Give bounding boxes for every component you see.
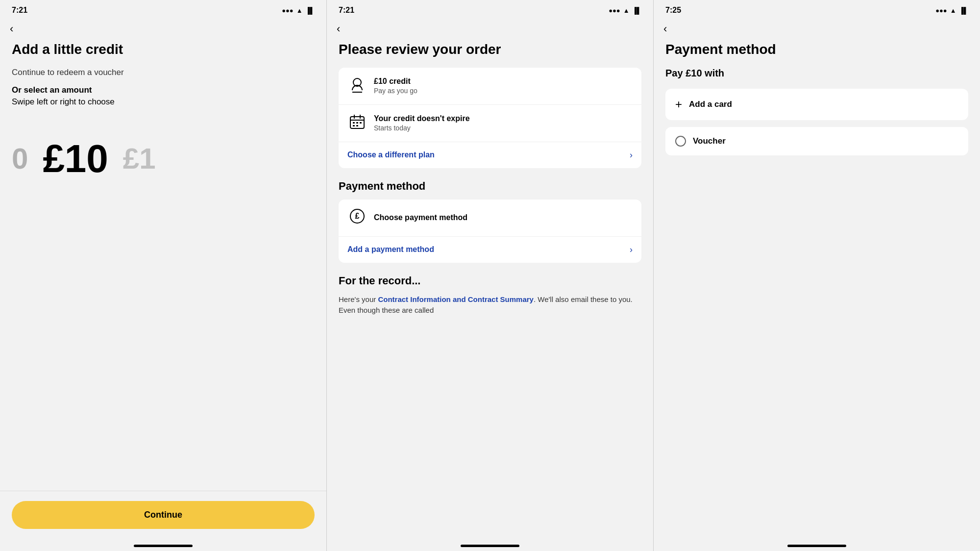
order-card: £10 credit Pay as you go	[339, 68, 641, 168]
voucher-option[interactable]: Voucher	[665, 127, 968, 155]
status-icons-2: ●●● ▲ ▐▌	[609, 7, 641, 14]
page-title-3: Payment method	[665, 41, 968, 58]
record-text-before: Here's your	[339, 295, 378, 303]
back-button-1[interactable]: ‹	[10, 23, 13, 35]
svg-rect-8	[360, 122, 362, 124]
add-card-label: Add a card	[689, 100, 732, 109]
nav-bar-3: ‹	[654, 19, 980, 41]
calendar-icon	[347, 113, 367, 134]
home-indicator-1	[134, 545, 193, 547]
screen-payment-method: 7:25 ●●● ▲ ▐▌ ‹ Payment method Pay £10 w…	[654, 0, 980, 551]
add-payment-row[interactable]: Add a payment method ›	[339, 237, 641, 263]
back-button-3[interactable]: ‹	[663, 23, 667, 35]
choose-plan-row[interactable]: Choose a different plan ›	[339, 142, 641, 168]
subtitle-1: Continue to redeem a voucher	[12, 68, 315, 77]
amount-right: £1	[123, 142, 156, 175]
home-indicator-2	[461, 545, 519, 547]
choose-payment-label: Choose payment method	[374, 213, 633, 222]
expiry-title: Your credit doesn't expire	[374, 114, 633, 123]
screen1-content: Add a little credit Continue to redeem a…	[0, 41, 326, 491]
status-icons-3: ●●● ▲ ▐▌	[935, 7, 968, 14]
svg-rect-10	[356, 125, 358, 126]
nav-bar-2: ‹	[327, 19, 653, 41]
expiry-sub: Starts today	[374, 124, 633, 132]
credit-row: £10 credit Pay as you go	[339, 68, 641, 105]
chevron-right-icon-1: ›	[630, 150, 633, 160]
add-card-icon: +	[675, 98, 682, 111]
amount-left: 0	[12, 142, 28, 175]
pay-with-label: Pay £10 with	[665, 68, 968, 79]
chevron-right-icon-2: ›	[630, 245, 633, 255]
status-time-2: 7:21	[339, 6, 354, 15]
svg-text:£: £	[355, 212, 360, 220]
nav-bar-1: ‹	[0, 19, 326, 41]
screen-review-order: 7:21 ●●● ▲ ▐▌ ‹ Please review your order	[327, 0, 654, 551]
battery-icon: ▐▌	[306, 7, 315, 14]
payment-card: £ Choose payment method Add a payment me…	[339, 200, 641, 263]
payment-section-title: Payment method	[339, 180, 641, 193]
screen3-content: Payment method Pay £10 with + Add a card…	[654, 41, 980, 539]
amount-center: £10	[43, 136, 108, 181]
credit-icon	[347, 75, 367, 97]
signal-icon: ●●●	[282, 7, 294, 14]
continue-button[interactable]: Continue	[12, 501, 315, 529]
payment-icon: £	[347, 207, 367, 228]
screen-add-credit: 7:21 ●●● ▲ ▐▌ ‹ Add a little credit Cont…	[0, 0, 327, 551]
add-card-option[interactable]: + Add a card	[665, 89, 968, 120]
screen2-content: Please review your order £10 credit Pay …	[327, 41, 653, 539]
record-title: For the record...	[339, 275, 641, 287]
radio-circle-icon	[675, 136, 686, 147]
wifi-icon-2: ▲	[623, 7, 630, 14]
record-text: Here's your Contract Information and Con…	[339, 294, 641, 316]
battery-icon-2: ▐▌	[633, 7, 641, 14]
voucher-label: Voucher	[693, 136, 726, 146]
battery-icon-3: ▐▌	[959, 7, 968, 14]
svg-rect-7	[356, 122, 358, 124]
credit-title: £10 credit	[374, 77, 633, 86]
wifi-icon: ▲	[296, 7, 303, 14]
status-bar-1: 7:21 ●●● ▲ ▐▌	[0, 0, 326, 19]
choose-payment-text: Choose payment method	[374, 213, 633, 222]
choose-payment-row: £ Choose payment method	[339, 200, 641, 237]
status-icons-1: ●●● ▲ ▐▌	[282, 7, 315, 14]
status-bar-2: 7:21 ●●● ▲ ▐▌	[327, 0, 653, 19]
amount-selector[interactable]: 0 £10 £1	[12, 126, 315, 191]
or-select-label: Or select an amount	[12, 85, 315, 95]
status-bar-3: 7:25 ●●● ▲ ▐▌	[654, 0, 980, 19]
signal-icon-2: ●●●	[609, 7, 620, 14]
page-title-1: Add a little credit	[12, 41, 315, 58]
page-title-2: Please review your order	[339, 41, 641, 58]
svg-rect-9	[353, 125, 355, 126]
add-payment-label: Add a payment method	[347, 245, 434, 254]
expiry-row: Your credit doesn't expire Starts today	[339, 105, 641, 142]
home-indicator-3	[787, 545, 846, 547]
choose-plan-label: Choose a different plan	[347, 150, 435, 159]
status-time-3: 7:25	[665, 6, 681, 15]
back-button-2[interactable]: ‹	[337, 23, 340, 35]
swipe-hint-label: Swipe left or right to choose	[12, 97, 315, 107]
credit-text: £10 credit Pay as you go	[374, 77, 633, 95]
record-link[interactable]: Contract Information and Contract Summar…	[378, 295, 534, 303]
svg-rect-6	[353, 122, 355, 124]
expiry-text: Your credit doesn't expire Starts today	[374, 114, 633, 132]
wifi-icon-3: ▲	[950, 7, 956, 14]
credit-sub: Pay as you go	[374, 87, 633, 95]
bottom-section-1: Continue	[0, 491, 326, 539]
signal-icon-3: ●●●	[935, 7, 947, 14]
status-time-1: 7:21	[12, 6, 27, 15]
